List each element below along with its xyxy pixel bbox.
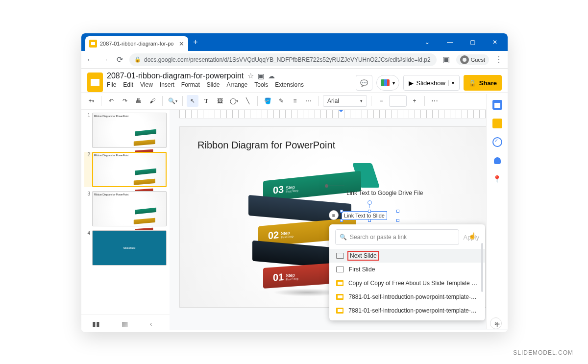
paint-format-button[interactable]: 🖌 — [147, 95, 158, 107]
border-color-button[interactable]: ✎ — [275, 95, 287, 107]
menu-format[interactable]: Format — [181, 81, 200, 88]
hide-side-panel-button[interactable]: › — [490, 317, 502, 329]
browser-window: 2087-01-ribbon-diagram-for-po ✕ + ⌄ — ▢ … — [81, 33, 508, 332]
grid-view-button[interactable]: ▦ — [122, 320, 128, 328]
menu-view[interactable]: View — [140, 81, 153, 88]
move-folder-icon[interactable]: ▣ — [258, 72, 264, 80]
menu-extensions[interactable]: Extensions — [275, 81, 304, 88]
document-title[interactable]: 2087-01-ribbon-diagram-for-powerpoint — [107, 72, 244, 80]
slideshow-button[interactable]: ▶ Slideshow ▾ — [403, 75, 460, 91]
new-slide-button[interactable]: +▾ — [85, 95, 97, 107]
font-size-decrease[interactable]: − — [375, 95, 387, 107]
zoom-button[interactable]: 🔍▾ — [167, 95, 178, 107]
more-tools-button[interactable]: ⋯ — [429, 95, 441, 107]
collapse-filmstrip-icon[interactable]: ‹ — [150, 320, 159, 328]
link-option-first-slide[interactable]: First Slide — [329, 263, 485, 276]
line-tool[interactable]: ╲ — [242, 95, 253, 107]
guest-label: Guest — [471, 57, 485, 63]
link-option-presentation[interactable]: Copy of Copy of Free About Us Slide Temp… — [329, 276, 485, 290]
thumbnail-1[interactable]: Ribbon Diagram for PowerPoint — [92, 113, 167, 148]
font-selector[interactable]: Arial▾ — [323, 95, 367, 107]
toolbar: +▾ ↶ ↷ 🖶 🖌 🔍▾ ↖ 𝐓 🖼 ◯▾ ╲ 🪣 ✎ ≡ ⋯ Arial▾ … — [81, 92, 508, 110]
menu-arrange[interactable]: Arrange — [227, 81, 248, 88]
url-text: docs.google.com/presentation/d/1SsVVQdUq… — [144, 56, 431, 63]
undo-button[interactable]: ↶ — [105, 95, 117, 107]
new-tab-button[interactable]: + — [189, 36, 202, 49]
kebab-menu-icon[interactable]: ⋮ — [494, 55, 504, 65]
slides-file-icon — [336, 308, 343, 314]
menu-edit[interactable]: Edit — [123, 81, 133, 88]
chevron-down-icon[interactable]: ⌄ — [417, 34, 437, 50]
select-tool[interactable]: ↖ — [187, 95, 198, 107]
back-button[interactable]: ← — [85, 55, 95, 65]
comments-button[interactable]: 💬 — [356, 75, 372, 91]
border-weight-button[interactable]: ≡ — [289, 95, 301, 107]
drag-handle-icon[interactable]: ≡ — [329, 210, 339, 220]
star-icon[interactable]: ☆ — [247, 72, 254, 80]
scrollbar[interactable] — [481, 243, 483, 292]
print-button[interactable]: 🖶 — [133, 95, 145, 107]
browser-tab[interactable]: 2087-01-ribbon-diagram-for-po ✕ — [85, 36, 188, 51]
menu-tools[interactable]: Tools — [254, 81, 268, 88]
link-option-presentation[interactable]: 7881-01-self-introduction-powerpoint-tem… — [329, 304, 485, 317]
minimize-button[interactable]: — — [440, 34, 460, 50]
text-box-tool[interactable]: 𝐓 — [200, 95, 212, 107]
fill-color-button[interactable]: 🪣 — [262, 95, 273, 107]
tab-close-icon[interactable]: ✕ — [179, 40, 184, 48]
selection-handle[interactable] — [340, 219, 343, 222]
thumbnail-2[interactable]: Ribbon Diagram for PowerPoint — [92, 152, 167, 187]
menu-insert[interactable]: Insert — [160, 81, 174, 88]
calendar-icon[interactable] — [492, 100, 502, 110]
menu-slide[interactable]: Slide — [207, 81, 220, 88]
thumbnail-4[interactable]: SlideModel — [92, 230, 167, 266]
shape-tool[interactable]: ◯▾ — [228, 95, 240, 107]
slide-title[interactable]: Ribbon Diagram for PowerPoint — [197, 140, 335, 151]
slides-favicon — [89, 40, 97, 48]
maximize-button[interactable]: ▢ — [463, 34, 482, 50]
keep-icon[interactable] — [492, 119, 502, 128]
meet-button[interactable]: ▾ — [376, 75, 399, 91]
text-link-gdrive[interactable]: Link Text to Google Drive File — [346, 190, 423, 196]
border-dash-button[interactable]: ⋯ — [303, 95, 315, 107]
rotation-handle[interactable] — [369, 203, 369, 208]
menu-file[interactable]: File — [107, 81, 116, 88]
filmstrip-view-button[interactable]: ▮▮ — [92, 320, 100, 328]
insert-link-popup: 🔍 Search or paste a link Apply Next Slid… — [329, 224, 485, 320]
reload-button[interactable]: ⟳ — [115, 55, 124, 65]
slides-file-icon — [336, 294, 343, 300]
link-option-presentation[interactable]: 7881-01-self-introduction-powerpoint-tem… — [329, 290, 485, 304]
slide-icon — [336, 253, 344, 259]
selection-handle[interactable] — [368, 219, 371, 222]
slides-logo[interactable] — [87, 73, 103, 92]
redo-button[interactable]: ↷ — [119, 95, 131, 107]
selection-handle[interactable] — [340, 210, 343, 213]
close-button[interactable]: ✕ — [485, 34, 505, 50]
contacts-icon[interactable] — [492, 156, 502, 166]
address-bar: ← → ⟳ 🔒 docs.google.com/presentation/d/1… — [81, 51, 508, 69]
link-option-next-slide[interactable]: Next Slide ☝ — [329, 249, 485, 263]
font-size-increase[interactable]: + — [409, 95, 420, 107]
cursor-icon: ☝ — [468, 232, 476, 240]
cloud-status-icon[interactable]: ☁ — [268, 72, 275, 80]
share-button[interactable]: 🔒 Share — [464, 75, 502, 91]
search-icon: 🔍 — [340, 234, 347, 241]
image-tool[interactable]: 🖼 — [214, 95, 226, 107]
view-switcher: ▮▮ ▦ ‹ — [81, 315, 170, 332]
tasks-icon[interactable] — [492, 137, 502, 147]
profile-button[interactable]: Guest — [456, 54, 489, 65]
link-search-input[interactable]: 🔍 Search or paste a link — [335, 229, 459, 245]
slide-thumbnails: 1Ribbon Diagram for PowerPoint 2Ribbon D… — [81, 110, 170, 330]
thumbnail-3[interactable]: Ribbon Diagram for PowerPoint — [92, 191, 167, 226]
font-size-input[interactable] — [389, 95, 407, 107]
selection-handle[interactable] — [396, 210, 399, 213]
url-input[interactable]: 🔒 docs.google.com/presentation/d/1SsVVQd… — [129, 53, 437, 66]
maps-icon[interactable]: 📍 — [492, 174, 502, 184]
selection-handle[interactable] — [396, 219, 399, 222]
selection-handle[interactable] — [368, 210, 371, 213]
app-header: 2087-01-ribbon-diagram-for-powerpoint ☆ … — [81, 69, 508, 92]
link-search-placeholder: Search or paste a link — [350, 234, 407, 241]
forward-button[interactable]: → — [100, 55, 110, 65]
meet-icon — [381, 79, 390, 86]
text-link-slide[interactable]: Link Text to Slide — [342, 211, 387, 220]
reading-list-icon[interactable]: ▣ — [441, 55, 451, 65]
